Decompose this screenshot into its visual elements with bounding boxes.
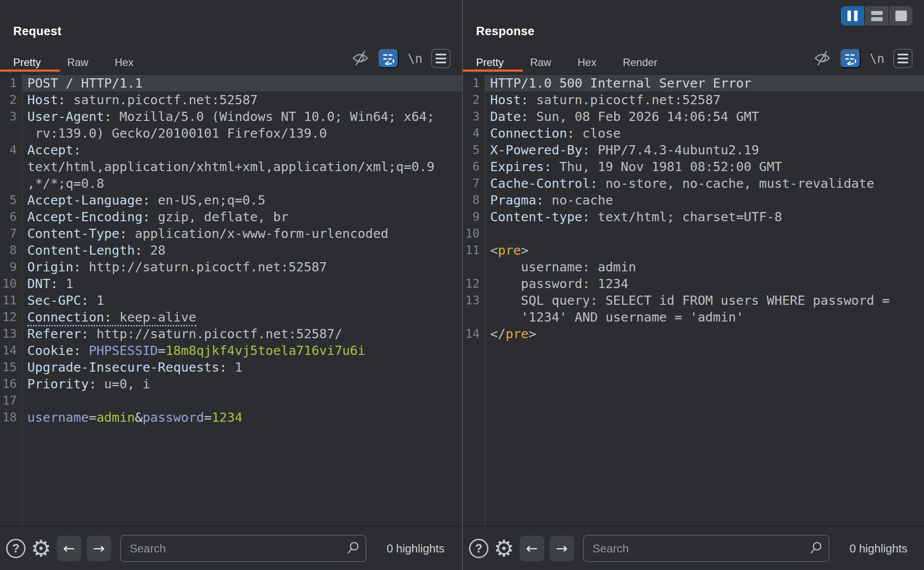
next-match-button[interactable]: → bbox=[87, 536, 111, 561]
columns-icon bbox=[847, 11, 851, 21]
line-text: '1234' AND username = 'admin' bbox=[485, 309, 744, 325]
code-line[interactable]: 2Host: saturn.picoctf.net:52587 bbox=[463, 91, 924, 108]
line-number: 1 bbox=[463, 75, 485, 91]
help-button[interactable]: ? bbox=[6, 539, 26, 558]
magnifier-icon bbox=[346, 541, 360, 555]
line-number: 13 bbox=[463, 292, 485, 309]
code-line[interactable]: 5X-Powered-By: PHP/7.4.3-4ubuntu2.19 bbox=[463, 142, 924, 158]
settings-button[interactable]: ⚙ bbox=[31, 539, 51, 558]
hamburger-icon bbox=[436, 54, 446, 55]
search-input[interactable] bbox=[120, 535, 367, 562]
code-line[interactable]: 9Origin: http://saturn.picoctf.net:52587 bbox=[0, 259, 462, 275]
code-line[interactable]: 6Accept-Encoding: gzip, deflate, br bbox=[0, 208, 462, 225]
line-number: 9 bbox=[463, 208, 485, 225]
line-number: 8 bbox=[0, 242, 22, 259]
code-line[interactable]: 7Cache-Control: no-store, no-cache, must… bbox=[463, 175, 924, 192]
code-line[interactable]: rv:139.0) Gecko/20100101 Firefox/139.0 bbox=[0, 125, 462, 142]
code-line[interactable]: 15Upgrade-Insecure-Requests: 1 bbox=[0, 359, 462, 376]
layout-rows-button[interactable] bbox=[865, 6, 888, 26]
repeater-layout-controls bbox=[841, 6, 913, 26]
code-line[interactable]: 10DNT: 1 bbox=[0, 275, 462, 292]
tab-raw[interactable]: Raw bbox=[530, 56, 551, 69]
response-editor-menu-button[interactable] bbox=[893, 49, 913, 68]
tab-hex[interactable]: Hex bbox=[578, 56, 597, 69]
word-wrap-toggle[interactable] bbox=[378, 49, 399, 68]
next-match-button[interactable]: → bbox=[550, 536, 574, 561]
code-line[interactable]: 17 bbox=[0, 392, 462, 409]
previous-match-button[interactable]: ← bbox=[57, 536, 81, 561]
layout-single-button[interactable] bbox=[889, 6, 913, 26]
code-line[interactable]: 5Accept-Language: en-US,en;q=0.5 bbox=[0, 192, 462, 208]
help-button[interactable]: ? bbox=[469, 539, 488, 558]
code-line[interactable]: 8Pragma: no-cache bbox=[463, 192, 924, 208]
line-number: 8 bbox=[463, 192, 485, 208]
code-line[interactable]: 12 password: 1234 bbox=[463, 275, 924, 292]
settings-button[interactable]: ⚙ bbox=[494, 539, 514, 558]
hide-nonprintable-button[interactable] bbox=[813, 49, 832, 69]
word-wrap-toggle[interactable] bbox=[840, 49, 861, 68]
line-number bbox=[0, 158, 22, 175]
tab-pretty[interactable]: Pretty bbox=[476, 56, 504, 69]
code-line[interactable]: ,*/*;q=0.8 bbox=[0, 175, 462, 192]
code-line[interactable]: 13 SQL query: SELECT id FROM users WHERE… bbox=[463, 292, 924, 309]
code-line[interactable]: 7Content-Type: application/x-www-form-ur… bbox=[0, 225, 462, 242]
code-line[interactable]: 8Content-Length: 28 bbox=[0, 242, 462, 259]
code-line[interactable]: 1HTTP/1.0 500 Internal Server Error bbox=[463, 75, 924, 91]
code-line[interactable]: 3Date: Sun, 08 Feb 2026 14:06:54 GMT bbox=[463, 108, 924, 125]
eye-slash-icon bbox=[813, 49, 832, 67]
search-input[interactable] bbox=[583, 535, 829, 562]
line-text: POST / HTTP/1.1 bbox=[22, 75, 143, 91]
show-newlines-toggle[interactable]: \n bbox=[869, 51, 884, 66]
code-line[interactable]: 1POST / HTTP/1.1 bbox=[0, 75, 462, 91]
tab-hex[interactable]: Hex bbox=[115, 56, 134, 69]
previous-match-button[interactable]: ← bbox=[520, 536, 544, 561]
code-line[interactable]: 3User-Agent: Mozilla/5.0 (Windows NT 10.… bbox=[0, 108, 462, 125]
line-number bbox=[0, 125, 22, 142]
hide-nonprintable-button[interactable] bbox=[351, 49, 370, 69]
code-line[interactable]: 10 bbox=[463, 225, 924, 242]
code-line[interactable]: 18username=admin&password=1234 bbox=[0, 409, 462, 426]
code-line[interactable]: 11Sec-GPC: 1 bbox=[0, 292, 462, 309]
panel-divider[interactable] bbox=[462, 0, 463, 570]
code-line[interactable]: 13Referer: http://saturn.picoctf.net:525… bbox=[0, 325, 462, 342]
request-editor[interactable]: 1POST / HTTP/1.12Host: saturn.picoctf.ne… bbox=[0, 74, 462, 526]
request-editor-menu-button[interactable] bbox=[431, 49, 451, 68]
line-number: 7 bbox=[463, 175, 485, 192]
code-line[interactable]: username: admin bbox=[463, 259, 924, 275]
tab-raw[interactable]: Raw bbox=[67, 56, 88, 69]
line-number bbox=[463, 309, 485, 325]
line-number: 16 bbox=[0, 376, 22, 392]
code-line[interactable]: 14Cookie: PHPSESSID=18m8qjkf4vj5toela716… bbox=[0, 342, 462, 359]
code-line[interactable]: 12Connection: keep-alive bbox=[0, 309, 462, 325]
code-line[interactable]: '1234' AND username = 'admin' bbox=[463, 309, 924, 325]
tab-pretty[interactable]: Pretty bbox=[13, 56, 41, 69]
layout-columns-button[interactable] bbox=[841, 6, 864, 26]
line-text: username=admin&password=1234 bbox=[22, 409, 242, 426]
line-text: Origin: http://saturn.picoctf.net:52587 bbox=[22, 259, 327, 275]
word-wrap-icon bbox=[381, 52, 396, 65]
line-number: 14 bbox=[463, 325, 485, 342]
code-line[interactable]: 4Accept: bbox=[0, 142, 462, 158]
line-text: Content-Length: 28 bbox=[22, 242, 165, 259]
code-line[interactable]: 14</pre> bbox=[463, 325, 924, 342]
code-line[interactable]: 11<pre> bbox=[463, 242, 924, 259]
line-number: 11 bbox=[463, 242, 485, 259]
tab-render[interactable]: Render bbox=[623, 56, 657, 69]
line-number: 5 bbox=[463, 142, 485, 158]
code-line[interactable]: 16Priority: u=0, i bbox=[0, 376, 462, 392]
request-search-bar: ? ⚙ ← → 0 highlights bbox=[0, 526, 462, 570]
code-line[interactable]: 9Content-type: text/html; charset=UTF-8 bbox=[463, 208, 924, 225]
line-number: 6 bbox=[0, 208, 22, 225]
line-number: 9 bbox=[0, 259, 22, 275]
line-number: 2 bbox=[0, 91, 22, 108]
code-line[interactable]: 6Expires: Thu, 19 Nov 1981 08:52:00 GMT bbox=[463, 158, 924, 175]
line-text: username: admin bbox=[485, 259, 636, 275]
response-editor[interactable]: 1HTTP/1.0 500 Internal Server Error2Host… bbox=[463, 74, 924, 526]
show-newlines-toggle[interactable]: \n bbox=[407, 51, 422, 66]
code-line[interactable]: 2Host: saturn.picoctf.net:52587 bbox=[0, 91, 462, 108]
code-line[interactable]: text/html,application/xhtml+xml,applicat… bbox=[0, 158, 462, 175]
code-line[interactable]: 4Connection: close bbox=[463, 125, 924, 142]
highlights-count: 0 highlights bbox=[387, 542, 445, 555]
line-number: 5 bbox=[0, 192, 22, 208]
line-number: 15 bbox=[0, 359, 22, 376]
